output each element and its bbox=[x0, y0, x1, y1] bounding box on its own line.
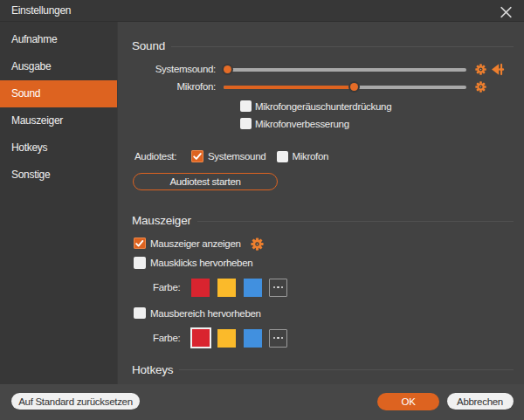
dot-icon bbox=[273, 286, 275, 288]
dot-icon bbox=[281, 337, 283, 339]
area-color-red-swatch[interactable] bbox=[190, 327, 211, 348]
highlight-clicks-checkbox[interactable] bbox=[134, 257, 146, 269]
show-cursor-checkbox[interactable] bbox=[134, 238, 146, 250]
sidebar-item-hotkeys[interactable]: Hotkeys bbox=[0, 134, 117, 162]
sidebar-item-label: Hotkeys bbox=[11, 141, 47, 154]
window-title: Einstellungen bbox=[11, 0, 71, 22]
systemsound-slider-row: Systemsound: bbox=[117, 63, 524, 76]
sidebar-item-label: Mauszeiger bbox=[11, 114, 63, 127]
noise-suppression-label: Mikrofongeräuschunterdrückung bbox=[255, 100, 391, 113]
show-cursor-row: Mauszeiger anzeigen bbox=[117, 238, 524, 250]
section-rule bbox=[197, 221, 514, 222]
sidebar-item-sonstige[interactable]: Sonstige bbox=[0, 162, 117, 189]
sound-section-title: Sound bbox=[132, 39, 165, 52]
check-icon bbox=[191, 150, 203, 162]
audiotest-mikrofon-label: Mikrofon bbox=[293, 150, 329, 162]
close-icon[interactable] bbox=[500, 6, 513, 18]
click-color-blue-swatch[interactable] bbox=[244, 279, 262, 297]
footer-bar: Auf Standard zurücksetzen OK Abbrechen bbox=[0, 384, 524, 420]
mikrofon-gear-icon[interactable] bbox=[475, 81, 486, 93]
cursor-gear-icon[interactable] bbox=[251, 238, 264, 251]
ok-button[interactable]: OK bbox=[377, 393, 439, 410]
sidebar-item-aufnahme[interactable]: Aufnahme bbox=[0, 26, 117, 53]
sidebar-item-label: Sonstige bbox=[11, 169, 50, 181]
slider-track[interactable] bbox=[224, 68, 466, 72]
settings-window: Einstellungen Aufnahme Ausgabe Sound Mau… bbox=[0, 0, 524, 420]
section-rule bbox=[171, 46, 514, 47]
mic-enhance-label: Mikrofonverbesserung bbox=[255, 118, 349, 130]
slider-thumb[interactable] bbox=[224, 65, 231, 73]
highlight-area-label: Mausbereich hervorheben bbox=[150, 307, 261, 320]
noise-suppression-row: Mikrofongeräuschunterdrückung bbox=[117, 100, 524, 113]
noise-suppression-checkbox[interactable] bbox=[240, 100, 252, 112]
slider-fill bbox=[224, 86, 355, 89]
audiotest-label: Audiotest: bbox=[134, 150, 176, 162]
audiotest-systemsound-label: Systemsound bbox=[208, 150, 265, 162]
slider-thumb[interactable] bbox=[350, 83, 358, 91]
click-color-row: Farbe: bbox=[117, 277, 524, 298]
hotkeys-section-title: Hotkeys bbox=[132, 363, 173, 376]
section-rule bbox=[179, 369, 514, 370]
show-cursor-label: Mauszeiger anzeigen bbox=[150, 238, 241, 250]
area-color-row: Farbe: bbox=[117, 327, 524, 348]
sidebar-item-mauszeiger[interactable]: Mauszeiger bbox=[0, 107, 117, 134]
highlight-area-row: Mausbereich hervorheben bbox=[117, 307, 524, 320]
systemsound-slider[interactable] bbox=[224, 65, 466, 73]
area-color-blue-swatch[interactable] bbox=[244, 329, 262, 348]
sidebar: Aufnahme Ausgabe Sound Mauszeiger Hotkey… bbox=[0, 22, 117, 384]
click-color-label: Farbe: bbox=[153, 277, 180, 298]
audiotest-start-button[interactable]: Audiotest starten bbox=[133, 173, 278, 190]
reset-defaults-button[interactable]: Auf Standard zurücksetzen bbox=[11, 393, 140, 410]
audiotest-mikrofon-checkbox[interactable] bbox=[277, 151, 288, 162]
area-color-label: Farbe: bbox=[153, 327, 180, 348]
click-color-more-button[interactable] bbox=[269, 279, 287, 297]
audiotest-systemsound-checkbox[interactable] bbox=[191, 150, 203, 162]
sound-section-header: Sound bbox=[132, 39, 514, 52]
mic-enhance-row: Mikrofonverbesserung bbox=[117, 118, 524, 130]
systemsound-gear-icon[interactable] bbox=[475, 64, 486, 75]
titlebar: Einstellungen bbox=[0, 0, 524, 22]
area-color-more-button[interactable] bbox=[269, 329, 287, 348]
mouse-section-header: Mauszeiger bbox=[132, 214, 514, 227]
mikrofon-label: Mikrofon: bbox=[117, 80, 216, 93]
audiotest-row: Audiotest: Systemsound Mikrofon bbox=[117, 150, 524, 162]
mic-enhance-checkbox[interactable] bbox=[240, 118, 252, 129]
dot-icon bbox=[281, 286, 283, 288]
dot-icon bbox=[277, 337, 279, 339]
content-panel: Sound Systemsound: bbox=[117, 22, 524, 384]
highlight-clicks-row: Mausklicks hervorheben bbox=[117, 257, 524, 269]
sidebar-item-label: Aufnahme bbox=[11, 33, 57, 45]
sidebar-item-sound[interactable]: Sound bbox=[0, 80, 117, 107]
dot-icon bbox=[273, 337, 275, 339]
click-color-yellow-swatch[interactable] bbox=[217, 279, 236, 297]
dot-icon bbox=[277, 286, 279, 288]
click-color-red-swatch[interactable] bbox=[191, 279, 210, 297]
highlight-area-checkbox[interactable] bbox=[134, 307, 146, 320]
area-color-yellow-swatch[interactable] bbox=[217, 329, 236, 348]
speaker-volume-icon[interactable] bbox=[491, 62, 506, 77]
sidebar-item-ausgabe[interactable]: Ausgabe bbox=[0, 53, 117, 80]
hotkeys-section-header: Hotkeys bbox=[132, 363, 514, 376]
mikrofon-slider[interactable] bbox=[224, 83, 466, 91]
mikrofon-slider-row: Mikrofon: bbox=[117, 80, 524, 93]
check-icon bbox=[134, 238, 146, 250]
systemsound-label: Systemsound: bbox=[117, 63, 216, 76]
sidebar-item-label: Ausgabe bbox=[11, 60, 51, 72]
sidebar-item-label: Sound bbox=[11, 87, 40, 100]
cancel-button[interactable]: Abbrechen bbox=[447, 393, 514, 410]
mouse-section-title: Mauszeiger bbox=[132, 214, 191, 227]
highlight-clicks-label: Mausklicks hervorheben bbox=[150, 257, 252, 269]
